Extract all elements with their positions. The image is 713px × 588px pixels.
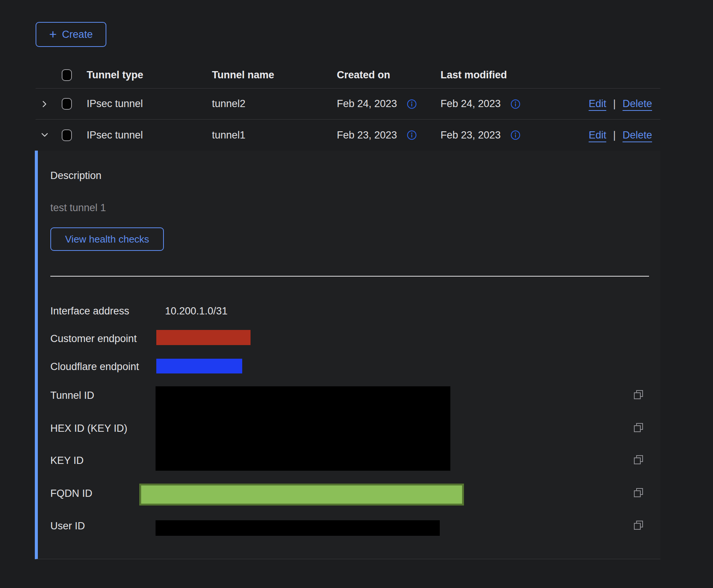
info-icon[interactable] bbox=[407, 99, 417, 109]
info-icon[interactable] bbox=[511, 130, 520, 140]
copy-icon[interactable] bbox=[633, 454, 644, 465]
plus-icon: + bbox=[49, 28, 57, 40]
create-button[interactable]: + Create bbox=[36, 22, 106, 47]
action-separator: | bbox=[613, 129, 616, 141]
tunnel-type-cell: IPsec tunnel bbox=[87, 98, 212, 110]
created-on-cell: Feb 23, 2023 bbox=[337, 129, 397, 141]
select-row-checkbox[interactable] bbox=[62, 98, 72, 110]
cloudflare-endpoint-redacted-value bbox=[156, 359, 242, 373]
edit-link[interactable]: Edit bbox=[588, 98, 606, 110]
copy-icon[interactable] bbox=[633, 389, 644, 400]
view-health-checks-button[interactable]: View health checks bbox=[50, 227, 164, 251]
delete-link[interactable]: Delete bbox=[623, 129, 652, 141]
ids-redacted-block bbox=[156, 386, 450, 471]
delete-link[interactable]: Delete bbox=[623, 98, 652, 110]
interface-address-value: 10.200.1.0/31 bbox=[165, 305, 227, 317]
description-label: Description bbox=[50, 170, 101, 182]
table-row: IPsec tunnel tunnel1 Feb 23, 2023 Feb 23… bbox=[36, 120, 660, 151]
tunnels-page: + Create Tunnel type Tunnel name Created… bbox=[0, 0, 713, 559]
tunnel-name-cell: tunnel2 bbox=[212, 98, 337, 110]
copy-icon[interactable] bbox=[633, 520, 644, 531]
action-separator: | bbox=[613, 98, 616, 110]
table-row: IPsec tunnel tunnel2 Feb 24, 2023 Feb 24… bbox=[36, 89, 660, 120]
select-row-checkbox[interactable] bbox=[62, 129, 72, 141]
tunnel-name-cell: tunnel1 bbox=[212, 129, 337, 141]
tunnel-type-cell: IPsec tunnel bbox=[87, 129, 212, 141]
header-last-modified: Last modified bbox=[441, 69, 549, 81]
header-tunnel-name: Tunnel name bbox=[212, 69, 337, 81]
last-modified-cell: Feb 24, 2023 bbox=[441, 98, 501, 110]
fqdn-id-redacted-value bbox=[139, 484, 464, 506]
key-id-label: KEY ID bbox=[50, 454, 84, 467]
user-id-label: User ID bbox=[50, 520, 85, 532]
header-created-on: Created on bbox=[337, 69, 441, 81]
info-icon[interactable] bbox=[511, 99, 520, 109]
hex-id-label: HEX ID (KEY ID) bbox=[50, 422, 128, 434]
info-icon[interactable] bbox=[407, 130, 417, 140]
section-divider bbox=[50, 276, 649, 277]
copy-icon[interactable] bbox=[633, 487, 644, 498]
table-header-row: Tunnel type Tunnel name Created on Last … bbox=[36, 62, 660, 89]
user-id-redacted-value bbox=[156, 520, 440, 536]
interface-address-label: Interface address bbox=[50, 305, 129, 317]
tunnel-detail-panel: Description test tunnel 1 View health ch… bbox=[35, 151, 660, 559]
edit-link[interactable]: Edit bbox=[588, 129, 606, 141]
header-tunnel-type: Tunnel type bbox=[87, 69, 212, 81]
chevron-down-icon[interactable] bbox=[40, 131, 49, 140]
chevron-right-icon[interactable] bbox=[40, 100, 49, 109]
cloudflare-endpoint-label: Cloudflare endpoint bbox=[50, 361, 139, 373]
customer-endpoint-redacted-value bbox=[156, 330, 251, 345]
create-button-label: Create bbox=[62, 29, 93, 40]
last-modified-cell: Feb 23, 2023 bbox=[441, 129, 501, 141]
created-on-cell: Feb 24, 2023 bbox=[337, 98, 397, 110]
fqdn-id-label: FQDN ID bbox=[50, 487, 92, 499]
copy-icon[interactable] bbox=[633, 422, 644, 433]
description-value: test tunnel 1 bbox=[50, 202, 106, 214]
select-all-checkbox[interactable] bbox=[62, 69, 72, 81]
tunnels-table: Tunnel type Tunnel name Created on Last … bbox=[36, 62, 660, 559]
tunnel-id-label: Tunnel ID bbox=[50, 389, 94, 401]
customer-endpoint-label: Customer endpoint bbox=[50, 333, 137, 345]
